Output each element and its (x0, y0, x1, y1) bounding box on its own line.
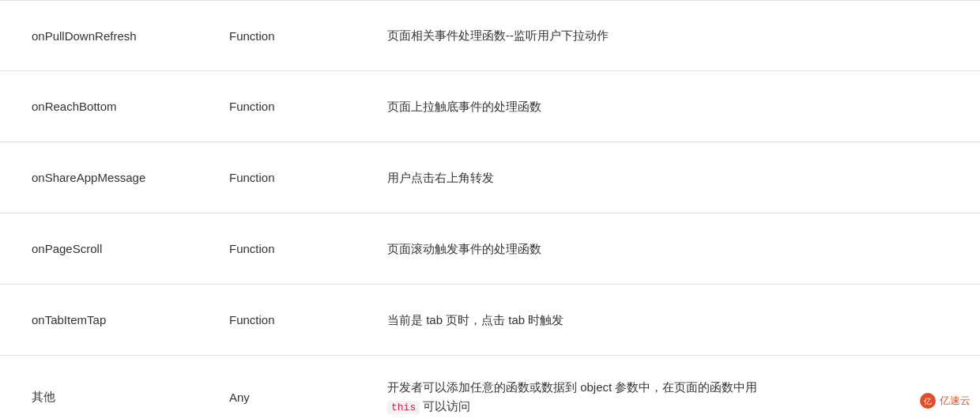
cell-name: onReachBottom (0, 71, 213, 142)
table-row: onShareAppMessageFunction用户点击右上角转发 (0, 142, 980, 213)
desc-line2: this 可以访问 (387, 397, 757, 417)
cell-name: onTabItemTap (0, 285, 213, 355)
table-row: onReachBottomFunction页面上拉触底事件的处理函数 (0, 71, 980, 142)
cell-desc: 当前是 tab 页时，点击 tab 时触发 (371, 285, 980, 355)
cell-desc: 用户点击右上角转发 (371, 142, 980, 213)
cell-name: onPageScroll (0, 213, 213, 284)
brand-name: 亿速云 (940, 394, 971, 408)
table-row: 其他Any开发者可以添加任意的函数或数据到 object 参数中，在页面的函数中… (0, 356, 980, 419)
cell-type: Function (213, 142, 371, 213)
cell-type: Function (213, 1, 371, 70)
inline-code: this (387, 401, 420, 414)
table-row: onTabItemTapFunction当前是 tab 页时，点击 tab 时触… (0, 285, 980, 356)
cell-desc: 页面相关事件处理函数--监听用户下拉动作 (371, 1, 980, 70)
desc-line1: 开发者可以添加任意的函数或数据到 object 参数中，在页面的函数中用 (387, 378, 757, 397)
cell-desc: 页面上拉触底事件的处理函数 (371, 71, 980, 142)
table-row: onPullDownRefreshFunction页面相关事件处理函数--监听用… (0, 0, 980, 71)
cell-name: onPullDownRefresh (0, 1, 213, 70)
cell-type: Function (213, 71, 371, 142)
cell-desc: 开发者可以添加任意的函数或数据到 object 参数中，在页面的函数中用this… (371, 356, 980, 419)
api-table: onPullDownRefreshFunction页面相关事件处理函数--监听用… (0, 0, 980, 419)
cell-desc: 页面滚动触发事件的处理函数 (371, 213, 980, 284)
table-row: onPageScrollFunction页面滚动触发事件的处理函数 (0, 213, 980, 285)
cell-type: Any (213, 356, 371, 419)
cell-name: onShareAppMessage (0, 142, 213, 213)
brand-icon: 亿 (919, 392, 937, 410)
cell-type: Function (213, 213, 371, 284)
desc-text: 开发者可以添加任意的函数或数据到 object 参数中，在页面的函数中用this… (387, 378, 757, 417)
brand-watermark: 亿 亿速云 (919, 392, 971, 410)
cell-name: 其他 (0, 356, 213, 419)
svg-text:亿: 亿 (923, 397, 932, 406)
cell-type: Function (213, 285, 371, 355)
